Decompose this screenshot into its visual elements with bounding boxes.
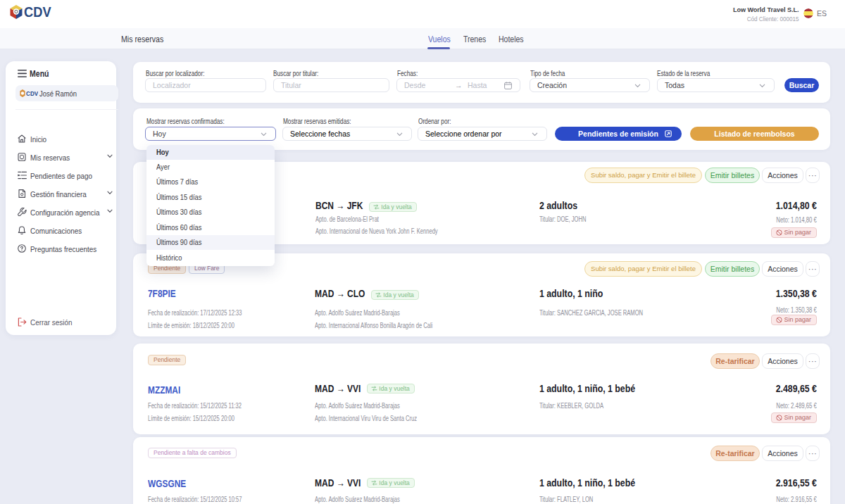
svg-text:CDV: CDV: [26, 91, 38, 97]
